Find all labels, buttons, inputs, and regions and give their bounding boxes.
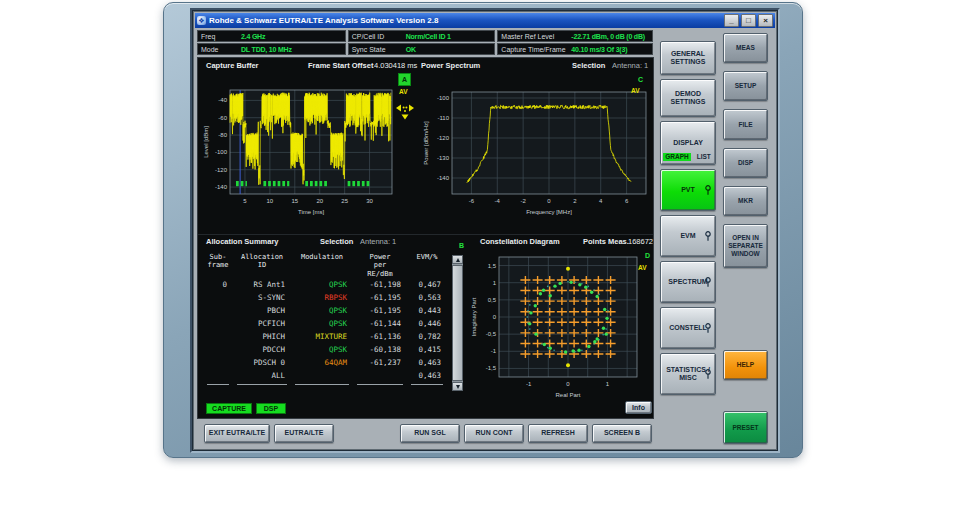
screen-d-badge[interactable]: D [645, 250, 650, 261]
svg-text:-2: -2 [520, 198, 526, 204]
table-row[interactable]: ALL0,463 [203, 369, 449, 382]
frame-start-offset-label: Frame Start Offset [308, 61, 373, 70]
evm-cell: 0,782 [407, 332, 447, 341]
svg-text:Time [ms]: Time [ms] [298, 209, 324, 215]
status-field-cp-cell-id: CP/Cell IDNorm/Cell ID 1 [348, 30, 496, 42]
svg-text:-1: -1 [491, 348, 497, 354]
svg-text:30: 30 [366, 198, 373, 204]
hardkey-disp[interactable]: DISP [723, 148, 768, 178]
capture-average-trace-label: AV [399, 88, 408, 95]
softkey-label: GENERAL SETTINGS [661, 50, 715, 67]
button-label: SCREEN B [601, 429, 643, 437]
maximize-button[interactable]: □ [741, 14, 756, 27]
power-cell: -61,195 [353, 293, 407, 302]
hardkey-help[interactable]: HELP [723, 350, 768, 380]
status-capture-badge: CAPTURE [206, 403, 252, 414]
softkey-evm[interactable]: EVM [660, 215, 716, 257]
screen-a-badge[interactable]: A [398, 73, 411, 86]
softkey-label: EVM [677, 232, 698, 240]
screen-recess: ❖ Rohde & Schwarz EUTRA/LTE Analysis Sof… [190, 8, 780, 453]
display-mode-graph[interactable]: GRAPH [663, 153, 690, 161]
screen-c-badge[interactable]: C [638, 74, 643, 85]
spectrum-selection-label: Selection [572, 61, 605, 70]
points-measured-label: Points Meas. [583, 237, 629, 246]
status-value: -22.71 dBm, 0 dB (0 dB) [571, 33, 645, 40]
hardkey-setup[interactable]: SETUP [723, 71, 768, 101]
triangle-down-icon [456, 385, 460, 389]
table-row[interactable]: S-SYNCRBPSK-61,1950,563 [203, 291, 449, 304]
allocation-id-cell: RS Ant1 [233, 280, 291, 289]
modulation-cell: QPSK [291, 319, 353, 328]
svg-text:1: 1 [493, 280, 497, 286]
svg-text:Real Part: Real Part [555, 392, 580, 398]
hardkey-file[interactable]: FILE [723, 109, 768, 140]
rohde-schwarz-logo-icon: ❖ [197, 16, 206, 25]
hardkey-open-in-separate-window[interactable]: OPEN IN SEPARATE WINDOW [723, 224, 768, 268]
status-field-master-ref-level: Master Ref Level-22.71 dBm, 0 dB (0 dB) [497, 30, 653, 42]
softkey-statistics-misc[interactable]: STATISTICS / MISC [660, 353, 716, 395]
softkey-spectrum[interactable]: SPECTRUM [660, 261, 716, 303]
status-dsp-badge: DSP [256, 403, 286, 414]
button-run-cont[interactable]: RUN CONT [464, 424, 524, 443]
triangle-up-icon [456, 258, 460, 262]
window-titlebar: ❖ Rohde & Schwarz EUTRA/LTE Analysis Sof… [195, 13, 775, 28]
table-row[interactable]: PDCCHQPSK-60,1380,415 [203, 343, 449, 356]
allocation-id-cell: PHICH [233, 332, 291, 341]
allocation-summary-title: Allocation Summary [206, 237, 279, 246]
power-spectrum-title: Power Spectrum [421, 61, 480, 70]
allocation-table-scrollbar[interactable] [452, 255, 463, 391]
table-row[interactable]: PBCHQPSK-61,1950,443 [203, 304, 449, 317]
svg-text:-100: -100 [437, 95, 450, 101]
button-screen-b[interactable]: SCREEN B [592, 424, 652, 443]
svg-text:0,5: 0,5 [488, 297, 497, 303]
hardkey-label: HELP [734, 361, 757, 369]
power-cell: -60,138 [353, 345, 407, 354]
status-value: OK [406, 46, 416, 53]
softkey-general-settings[interactable]: GENERAL SETTINGS [660, 41, 716, 75]
svg-text:-1: -1 [526, 381, 532, 387]
svg-text:-100: -100 [215, 149, 228, 155]
screen-b-badge[interactable]: B [459, 240, 464, 251]
scroll-up-button[interactable] [452, 255, 463, 264]
status-info-bar: Freq2.4 GHzCP/Cell IDNorm/Cell ID 1Maste… [197, 30, 653, 56]
svg-text:4: 4 [599, 198, 603, 204]
table-row[interactable]: PDSCH 064QAM-61,2370,463 [203, 356, 449, 369]
svg-text:2: 2 [573, 198, 577, 204]
section-divider [198, 234, 653, 235]
softkey-demod-settings[interactable]: DEMOD SETTINGS [660, 79, 716, 117]
hardkey-label: MEAS [733, 44, 758, 52]
scrollbar-thumb[interactable] [452, 265, 463, 381]
softkey-constell[interactable]: CONSTELL [660, 307, 716, 349]
svg-text:0: 0 [547, 198, 551, 204]
info-button[interactable]: Info [625, 401, 652, 414]
allocation-id-cell: S-SYNC [233, 293, 291, 302]
column-header-power-per-re-dbm: Power per RE/dBm [353, 251, 407, 278]
svg-text:15: 15 [291, 198, 298, 204]
table-row[interactable]: PHICHMIXTURE-61,1360,782 [203, 330, 449, 343]
column-header-allocation-id: Allocation ID [233, 251, 291, 278]
svg-text:-120: -120 [437, 135, 450, 141]
hardkey-label: MKR [735, 197, 756, 205]
button-run-sgl[interactable]: RUN SGL [400, 424, 460, 443]
softkey-display[interactable]: DISPLAYGRAPHLIST [660, 121, 716, 165]
scroll-down-button[interactable] [452, 382, 463, 391]
button-exit-eutra-lte[interactable]: EXIT EUTRA/LTE [204, 424, 270, 443]
minimize-button[interactable]: _ [724, 14, 739, 27]
hardkey-mkr[interactable]: MKR [723, 186, 768, 216]
button-eutra-lte[interactable]: EUTRA/LTE [274, 424, 334, 443]
softkey-pvt[interactable]: PVT [660, 169, 716, 211]
display-mode-list[interactable]: LIST [695, 153, 713, 161]
softkey-label: DEMOD SETTINGS [661, 90, 715, 107]
hardkey-label: OPEN IN SEPARATE WINDOW [724, 234, 767, 257]
hardkey-preset[interactable]: PRESET [723, 411, 768, 444]
svg-text:-130: -130 [437, 155, 450, 161]
spectrum-selection-value: Antenna: 1 [612, 61, 648, 70]
table-row[interactable]: PCFICHQPSK-61,1440,446 [203, 317, 449, 330]
svg-text:-120: -120 [215, 167, 228, 173]
close-button[interactable]: × [758, 14, 773, 27]
window-title: Rohde & Schwarz EUTRA/LTE Analysis Softw… [209, 16, 721, 25]
svg-text:1,5: 1,5 [488, 263, 497, 269]
button-refresh[interactable]: REFRESH [528, 424, 588, 443]
table-row[interactable]: 0RS Ant1QPSK-61,1980,467 [203, 278, 449, 291]
hardkey-meas[interactable]: MEAS [723, 33, 768, 63]
